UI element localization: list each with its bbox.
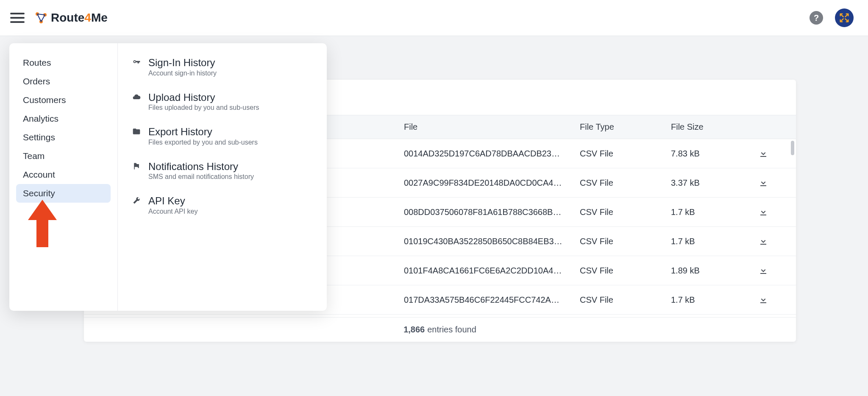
primary-nav-item[interactable]: Security: [16, 184, 111, 203]
cell-file-size: 7.83 kB: [667, 149, 743, 159]
cell-file-size: 1.89 kB: [667, 266, 743, 276]
cell-file: 0101F4A8CA1661FC6E6A2C2DD10A422...: [400, 256, 576, 285]
secondary-nav-title: Notifications History: [148, 161, 312, 173]
th-file-type[interactable]: File Type: [576, 122, 667, 132]
cell-file: 0014AD325D197C6AD78DBAACDB23D...: [400, 139, 576, 168]
cell-file-type: CSV File: [576, 266, 667, 276]
secondary-nav-title: Export History: [148, 126, 312, 138]
cell-file-size: 1.7 kB: [667, 207, 743, 217]
help-icon[interactable]: ?: [810, 11, 823, 25]
secondary-nav-sub: Account API key: [148, 208, 312, 215]
app-header: Route4Me ?: [0, 0, 868, 36]
cell-file-size: 1.7 kB: [667, 295, 743, 305]
cell-file: 01849003C5C26197571F6224B5E93C2...: [400, 315, 576, 318]
secondary-nav-sub: Files uploaded by you and sub-users: [148, 104, 312, 112]
brand-text-mid: 4: [84, 11, 91, 25]
cell-file: 017DA33A575B46C6F22445FCC742AFA...: [400, 285, 576, 315]
main-nav-popover: RoutesOrdersCustomersAnalyticsSettingsTe…: [9, 43, 327, 311]
table-footer: 1,866 entries found: [84, 317, 796, 342]
cell-file-type: CSV File: [576, 295, 667, 305]
cell-file: 0027A9C99F834DE20148DA0CD0CA45...: [400, 168, 576, 198]
download-icon[interactable]: [743, 295, 783, 305]
flag-icon: [132, 162, 142, 171]
footer-suffix: entries found: [427, 325, 476, 335]
wrench-icon: [132, 196, 142, 206]
secondary-nav-item[interactable]: Upload HistoryFiles uploaded by you and …: [129, 87, 316, 119]
cell-file-type: CSV File: [576, 237, 667, 246]
download-icon[interactable]: [743, 207, 783, 217]
cell-file-size: 3.37 kB: [667, 178, 743, 188]
secondary-nav-item[interactable]: Sign-In HistoryAccount sign-in history: [129, 53, 316, 84]
cell-file: 01019C430BA3522850B650C8B84EB3E...: [400, 227, 576, 256]
primary-nav-item[interactable]: Analytics: [16, 109, 111, 128]
primary-nav-item[interactable]: Team: [16, 147, 111, 165]
download-icon[interactable]: [743, 265, 783, 276]
cell-file-type: CSV File: [576, 207, 667, 217]
scrollbar-thumb[interactable]: [791, 141, 794, 155]
secondary-nav-title: Sign-In History: [148, 57, 312, 69]
secondary-nav-item[interactable]: Export HistoryFiles exported by you and …: [129, 122, 316, 153]
cell-file-size: 1.7 kB: [667, 237, 743, 246]
secondary-nav-sub: SMS and email notifications history: [148, 173, 312, 181]
th-file[interactable]: File: [400, 122, 576, 132]
download-icon[interactable]: [743, 236, 783, 246]
content-area: File File Type File Size 0014AD325D197C6…: [0, 36, 868, 396]
secondary-nav-item[interactable]: Notifications HistorySMS and email notif…: [129, 156, 316, 188]
brand-logo-icon: [35, 11, 47, 24]
secondary-nav-title: API Key: [148, 195, 312, 207]
primary-nav-item[interactable]: Orders: [16, 72, 111, 91]
footer-count: 1,866: [403, 325, 425, 335]
th-file-size[interactable]: File Size: [667, 122, 743, 132]
cloud-icon: [132, 93, 142, 102]
key-icon: [132, 58, 142, 67]
user-avatar[interactable]: [835, 8, 854, 27]
secondary-nav-item[interactable]: API KeyAccount API key: [129, 191, 316, 222]
brand-logo[interactable]: Route4Me: [35, 11, 108, 25]
primary-nav-item[interactable]: Routes: [16, 53, 111, 72]
download-icon[interactable]: [743, 148, 783, 159]
primary-nav-list: RoutesOrdersCustomersAnalyticsSettingsTe…: [9, 43, 118, 311]
download-icon[interactable]: [743, 178, 783, 188]
cell-file-type: CSV File: [576, 149, 667, 159]
primary-nav-item[interactable]: Account: [16, 165, 111, 184]
primary-nav-item[interactable]: Settings: [16, 128, 111, 147]
table-row[interactable]: 7Feb 15, 2030 04:01 PMRoute4me QA0184900…: [84, 315, 796, 317]
brand-text-last: Me: [91, 11, 108, 25]
secondary-nav-list: Sign-In HistoryAccount sign-in historyUp…: [118, 43, 327, 311]
folder-icon: [132, 127, 142, 137]
primary-nav-item[interactable]: Customers: [16, 91, 111, 109]
cell-file-type: CSV File: [576, 178, 667, 188]
brand-text-first: Route: [51, 11, 84, 25]
secondary-nav-sub: Account sign-in history: [148, 70, 312, 77]
secondary-nav-sub: Files exported by you and sub-users: [148, 139, 312, 146]
cell-file: 008DD037506078F81A61B788C3668B7...: [400, 198, 576, 227]
hamburger-menu-button[interactable]: [10, 10, 25, 25]
secondary-nav-title: Upload History: [148, 92, 312, 103]
